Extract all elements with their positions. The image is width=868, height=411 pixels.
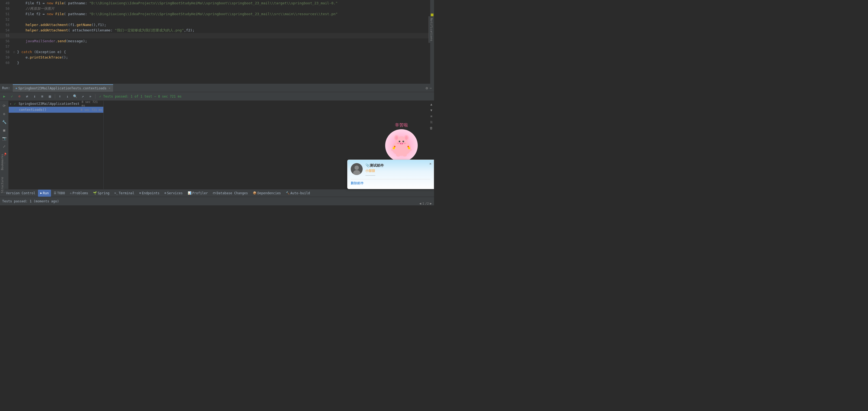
line-content-60: }	[16, 60, 434, 66]
scroll-down-button[interactable]: ↓	[64, 93, 71, 100]
tree-method-pass-icon: ✓	[14, 108, 19, 112]
run-tab-close[interactable]: ×	[109, 87, 111, 90]
email-popup: × 📎测试邮件 小甜甜 ············ 删除邮件	[347, 160, 434, 189]
sort-duration-button[interactable]: ≡	[39, 93, 45, 100]
status-profiler[interactable]: 📊 Profiler	[186, 190, 210, 197]
delete-side-btn[interactable]: 🗑	[429, 126, 434, 131]
code-line-59: 59 e.printStackTrace();	[0, 55, 434, 60]
test-passed-message: ✓ Tests passed: 1 of 1 test – 8 sec 721 …	[99, 95, 182, 98]
sidebar-refresh-icon[interactable]: ⟳	[1, 102, 8, 109]
svg-point-22	[407, 146, 409, 147]
structure-label: Structure	[1, 177, 4, 193]
notifications-tab[interactable]: Notifications	[429, 16, 434, 43]
profiler-label: Profiler	[192, 191, 208, 195]
email-delete-btn[interactable]: 删除邮件	[351, 181, 364, 185]
run-button[interactable]: ▶	[1, 93, 8, 100]
status-run[interactable]: ▶ Run	[38, 190, 51, 197]
svg-point-18	[403, 153, 407, 157]
sidebar-expand-icon[interactable]: ⤢	[1, 142, 8, 150]
code-line-55: 55	[0, 33, 434, 38]
line-num-59: 59	[0, 55, 12, 60]
email-popup-content: 📎测试邮件 小甜甜 ············	[351, 163, 431, 177]
run-tabbar-right: ⚙ −	[426, 86, 432, 90]
svg-point-4	[395, 136, 398, 140]
more-button[interactable]: »	[87, 93, 94, 100]
rerun-button[interactable]: ✓	[9, 93, 15, 100]
tree-item-method[interactable]: ✓ contextLoads() 8 sec 721 ms	[9, 107, 103, 113]
email-sender: 小甜甜	[365, 169, 431, 173]
svg-point-14	[403, 142, 406, 144]
sort-alpha-button[interactable]: ↕	[31, 93, 38, 100]
problems-icon: ⚠	[70, 191, 72, 195]
auto-build-icon: 🔨	[286, 191, 290, 195]
line-num-50: 50	[0, 6, 12, 11]
status-bar: ⑂ Version Control ▶ Run ☰ TODO ⚠ Problem…	[0, 189, 434, 197]
sidebar-camera-icon[interactable]: 📷	[1, 134, 8, 142]
sidebar-wrench-icon[interactable]: 🔧	[1, 118, 8, 126]
scroll-down-side-btn[interactable]: ▼	[429, 108, 434, 113]
run-icon: ▶	[40, 191, 42, 195]
rerun-failed-button[interactable]: ⇄	[24, 93, 30, 100]
sticker-area: 辛苦啦	[385, 123, 418, 162]
minimize-icon[interactable]: −	[430, 86, 432, 90]
status-problems[interactable]: ⚠ Problems	[68, 190, 90, 197]
code-line-50: 50 //再添加一张图片	[0, 6, 434, 11]
status-terminal[interactable]: >_ Terminal	[112, 190, 136, 197]
code-line-53: 53 helper.addAttachment(f1.getName(),f1)…	[0, 22, 434, 28]
svg-point-7	[403, 141, 404, 142]
status-endpoints[interactable]: ⊕ Endpoints	[137, 190, 162, 197]
status-version-control[interactable]: ⑂ Version Control	[1, 190, 37, 197]
email-popup-close-btn[interactable]: ×	[429, 162, 432, 166]
svg-point-17	[396, 153, 400, 157]
copy-side-btn[interactable]: ⎘	[429, 120, 434, 125]
line-num-55: 55	[0, 33, 12, 38]
sidebar-settings-icon[interactable]: ⚙	[1, 110, 8, 117]
endpoints-icon: ⊕	[139, 191, 141, 195]
prev-page-btn[interactable]: ◀	[420, 202, 421, 205]
page-current: 1	[422, 202, 424, 205]
line-content-56: javaMailSender.send(message);	[16, 38, 434, 44]
run-tab-main[interactable]: ◈ Springboot23MailApplicationTests.conte…	[13, 84, 113, 92]
email-info: 📎测试邮件 小甜甜 ············	[365, 163, 431, 177]
line-num-57: 57	[0, 44, 12, 49]
settings-side-btn[interactable]: ≡	[429, 114, 434, 119]
code-line-52: 52	[0, 17, 434, 22]
status-dependencies[interactable]: 📦 Dependencies	[251, 190, 283, 197]
settings-icon[interactable]: ⚙	[426, 86, 428, 90]
export-button[interactable]: ↗	[80, 93, 86, 100]
line-num-54: 54	[0, 28, 12, 33]
version-control-label: Version Control	[6, 191, 35, 195]
svg-point-13	[397, 142, 400, 144]
tree-item-class[interactable]: ▾ ✓ Springboot23MailApplicationTest 8 se…	[9, 101, 103, 107]
stop-button[interactable]: ⊘	[16, 93, 23, 100]
tree-expand-spacer	[10, 108, 14, 111]
run-label: Run:	[2, 86, 10, 90]
status-auto-build[interactable]: 🔨 Auto-build	[284, 190, 312, 197]
next-page-btn[interactable]: ▶	[430, 202, 432, 205]
spring-icon: 🌱	[93, 191, 97, 195]
run-toolbar: ▶ ✓ ⊘ ⇄ ↕ ≡ ▤ ↑ ↓ 🔍 ↗ » ✓ Tests passed: …	[0, 92, 434, 101]
bookmarks-sidebar[interactable]: Bookmarks	[0, 151, 5, 173]
structure-sidebar[interactable]: Structure	[0, 176, 5, 195]
tree-method-label: contextLoads()	[19, 108, 79, 112]
scroll-up-button[interactable]: ↑	[57, 93, 63, 100]
code-editor: 49 File f1 = new File( pathname: "D:\\Di…	[0, 0, 434, 84]
bottom-message: Tests passed: 1 (moments ago)	[2, 199, 59, 203]
email-actions: 删除邮件	[351, 179, 431, 185]
line-num-52: 52	[0, 17, 12, 22]
filter-button[interactable]: ▤	[46, 93, 53, 100]
svg-point-8	[400, 141, 400, 141]
run-tab-icon: ◈	[16, 87, 18, 90]
sidebar-stop-icon[interactable]: ■	[1, 126, 8, 134]
status-todo[interactable]: ☰ TODO	[52, 190, 67, 197]
svg-point-10	[400, 142, 403, 145]
status-services[interactable]: ⚙ Services	[162, 190, 185, 197]
scroll-up-side-btn[interactable]: ▲	[429, 102, 434, 107]
run-tab-name: Springboot23MailApplicationTests.context…	[19, 87, 106, 90]
line-content-59: e.printStackTrace();	[16, 55, 434, 60]
email-avatar	[351, 163, 363, 175]
status-database-changes[interactable]: 🗃 Database Changes	[211, 190, 250, 197]
status-spring[interactable]: 🌱 Spring	[91, 190, 112, 197]
search-button[interactable]: 🔍	[72, 93, 79, 100]
profiler-icon: 📊	[188, 191, 191, 195]
